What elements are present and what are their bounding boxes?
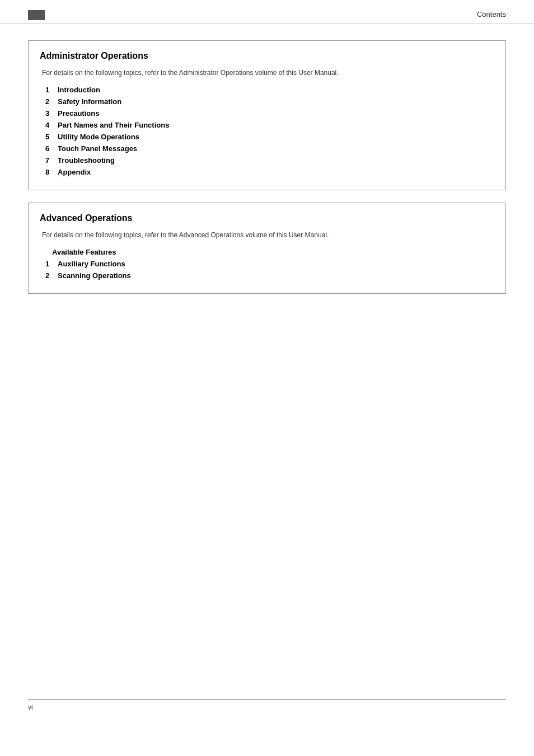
toc-label-part-names: Part Names and Their Functions	[58, 121, 169, 129]
admin-section-description: For details on the following topics, ref…	[40, 68, 494, 78]
toc-item-3-admin: 3 Precautions	[45, 109, 494, 118]
toc-item-2-advanced: 2 Scanning Operations	[45, 271, 494, 280]
toc-num-8-admin: 8	[45, 168, 58, 176]
toc-label-utility: Utility Mode Operations	[58, 133, 139, 141]
toc-label-introduction: Introduction	[58, 86, 100, 94]
advanced-operations-section: Advanced Operations For details on the f…	[28, 203, 506, 294]
available-features-item: Available Features	[40, 248, 494, 256]
advanced-toc-list: 1 Auxiliary Functions 2 Scanning Operati…	[40, 260, 494, 280]
toc-item-4-admin: 4 Part Names and Their Functions	[45, 121, 494, 129]
toc-item-8-admin: 8 Appendix	[45, 168, 494, 176]
toc-label-safety: Safety Information	[58, 97, 121, 106]
admin-section-heading: Administrator Operations	[40, 51, 494, 61]
toc-label-touch-panel: Touch Panel Messages	[58, 144, 137, 153]
toc-num-4-admin: 4	[45, 121, 58, 129]
footer: vi	[28, 699, 506, 711]
advanced-section-description: For details on the following topics, ref…	[40, 230, 494, 240]
toc-num-3-admin: 3	[45, 109, 58, 118]
footer-page-number: vi	[28, 703, 33, 711]
toc-label-available-features: Available Features	[52, 248, 116, 256]
toc-num-7-admin: 7	[45, 156, 58, 165]
toc-num-1-advanced: 1	[45, 260, 58, 268]
toc-num-5-admin: 5	[45, 133, 58, 141]
toc-item-6-admin: 6 Touch Panel Messages	[45, 144, 494, 153]
header-title: Contents	[477, 10, 506, 18]
toc-item-5-admin: 5 Utility Mode Operations	[45, 133, 494, 141]
toc-item-1-admin: 1 Introduction	[45, 86, 494, 94]
toc-num-2-admin: 2	[45, 97, 58, 106]
toc-num-6-admin: 6	[45, 144, 58, 153]
header-accent-bar	[28, 10, 45, 20]
toc-label-auxiliary: Auxiliary Functions	[58, 260, 125, 268]
toc-label-appendix: Appendix	[58, 168, 91, 176]
toc-num-2-advanced: 2	[45, 271, 58, 280]
advanced-section-heading: Advanced Operations	[40, 213, 494, 223]
toc-item-7-admin: 7 Troubleshooting	[45, 156, 494, 165]
toc-item-2-admin: 2 Safety Information	[45, 97, 494, 106]
admin-operations-section: Administrator Operations For details on …	[28, 40, 506, 190]
toc-label-troubleshooting: Troubleshooting	[58, 156, 115, 165]
admin-toc-list: 1 Introduction 2 Safety Information 3 Pr…	[40, 86, 494, 176]
toc-label-scanning: Scanning Operations	[58, 271, 131, 280]
toc-num-1-admin: 1	[45, 86, 58, 94]
toc-label-precautions: Precautions	[58, 109, 99, 118]
toc-item-1-advanced: 1 Auxiliary Functions	[45, 260, 494, 268]
